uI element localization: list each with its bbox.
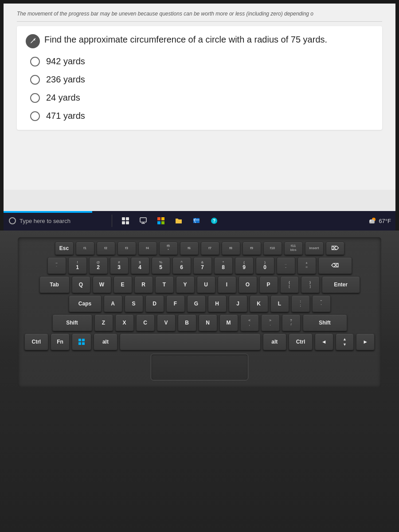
key-alt-right[interactable]: alt [263, 333, 287, 350]
answer-option-2[interactable]: 236 yards [30, 74, 373, 85]
key-f3[interactable]: f3 [117, 242, 136, 255]
key-g[interactable]: G [187, 295, 206, 312]
key-arrow-right[interactable]: ► [356, 333, 375, 350]
key-v[interactable]: V [157, 314, 176, 331]
key-f2[interactable]: f2 [97, 242, 115, 255]
key-fn[interactable]: Fn [51, 333, 70, 350]
key-w[interactable]: W [93, 276, 111, 293]
key-8[interactable]: *8 [214, 257, 233, 274]
key-r[interactable]: R [134, 276, 153, 293]
radio-2[interactable] [30, 75, 40, 85]
key-1[interactable]: !1 [68, 257, 87, 274]
key-i[interactable]: I [218, 276, 236, 293]
key-p[interactable]: P [259, 276, 278, 293]
key-del[interactable]: ⌦ [326, 242, 344, 255]
svg-rect-3 [122, 221, 125, 224]
key-quote[interactable]: "' [312, 295, 331, 312]
key-ctrl-right[interactable]: Ctrl [289, 333, 313, 350]
radio-3[interactable] [30, 93, 40, 103]
key-f5[interactable]: f5* [159, 242, 178, 255]
taskbar-divider [112, 215, 112, 227]
radio-1[interactable] [30, 57, 40, 66]
touchpad[interactable] [151, 354, 248, 380]
answer-option-3[interactable]: 24 yards [30, 93, 373, 103]
key-j[interactable]: J [229, 295, 247, 312]
key-z[interactable]: Z [94, 314, 113, 331]
key-enter[interactable]: Enter [322, 276, 360, 293]
key-alt-left[interactable]: alt [94, 333, 117, 350]
key-ctrl-left[interactable]: Ctrl [24, 333, 48, 350]
key-space[interactable] [120, 333, 261, 350]
desktop-icon[interactable] [136, 214, 150, 228]
key-o[interactable]: O [239, 276, 257, 293]
key-minus[interactable]: _- [277, 257, 295, 274]
taskbar-search[interactable]: Type here to search [4, 211, 110, 231]
key-tab[interactable]: Tab [39, 276, 70, 293]
key-m[interactable]: M [219, 314, 238, 331]
key-5[interactable]: %5 [152, 257, 170, 274]
key-a[interactable]: A [104, 295, 122, 312]
key-shift-left[interactable]: Shift [52, 314, 92, 331]
key-shift-right[interactable]: Shift [303, 314, 347, 331]
key-f9[interactable]: f9 [243, 242, 261, 255]
radio-4[interactable] [30, 111, 40, 121]
key-esc[interactable]: Esc [55, 242, 74, 255]
key-6[interactable]: ^6 [172, 257, 191, 274]
key-f7[interactable]: f7 [201, 242, 219, 255]
taskbar: Type here to search [4, 211, 395, 231]
key-t[interactable]: T [155, 276, 174, 293]
task-view-icon[interactable] [118, 214, 133, 228]
key-arrow-up-down[interactable]: ▲ ▼ [336, 333, 354, 350]
key-comma[interactable]: <, [240, 314, 259, 331]
key-d[interactable]: D [145, 295, 164, 312]
key-f10[interactable]: f10 [263, 242, 282, 255]
key-3[interactable]: #3 [110, 257, 129, 274]
key-f6[interactable]: f6 [180, 242, 199, 255]
key-backspace[interactable]: ⌫ [318, 257, 352, 274]
key-bracket-open[interactable]: {[ [280, 276, 299, 293]
key-c[interactable]: C [136, 314, 155, 331]
browser-icon[interactable] [189, 214, 203, 228]
answer-option-1[interactable]: 942 yards [30, 56, 373, 66]
key-f11[interactable]: f11bbs [284, 242, 303, 255]
key-0[interactable]: )0 [256, 257, 274, 274]
key-l[interactable]: L [270, 295, 289, 312]
key-4[interactable]: $4 [131, 257, 149, 274]
key-f12[interactable]: insert [305, 242, 324, 255]
key-9[interactable]: (9 [235, 257, 254, 274]
key-q[interactable]: Q [72, 276, 90, 293]
help-icon[interactable]: ? [207, 214, 221, 228]
key-n[interactable]: N [199, 314, 217, 331]
key-e[interactable]: E [113, 276, 132, 293]
key-backtick[interactable]: ~` [47, 257, 66, 274]
key-k[interactable]: K [250, 295, 268, 312]
key-h[interactable]: H [208, 295, 227, 312]
file-explorer-icon[interactable] [172, 214, 186, 228]
key-period[interactable]: >. [261, 314, 280, 331]
key-7[interactable]: &7 [193, 257, 212, 274]
taskbar-right: 67°F [367, 216, 395, 226]
key-y[interactable]: Y [176, 276, 195, 293]
key-semicolon[interactable]: :; [291, 295, 310, 312]
key-slash[interactable]: ?/ [282, 314, 301, 331]
key-capslock[interactable]: Caps [69, 295, 102, 312]
key-equals[interactable]: += [297, 257, 316, 274]
answer-label-3: 24 yards [46, 93, 80, 103]
key-2[interactable]: @2 [89, 257, 108, 274]
key-x[interactable]: X [115, 314, 134, 331]
key-f8[interactable]: f8 [222, 242, 240, 255]
key-s[interactable]: S [125, 295, 143, 312]
fn-key-row: Esc f1 f2 f3 f4 f5* f6 f7 f8 f9 f10 f11b… [24, 242, 375, 255]
key-windows[interactable] [72, 333, 91, 350]
key-bracket-close[interactable]: }] [301, 276, 320, 293]
key-u[interactable]: U [197, 276, 215, 293]
number-key-row: ~` !1 @2 #3 $4 %5 ^6 &7 *8 (9 )0 _- += ⌫ [24, 257, 375, 274]
key-f1[interactable]: f1 [76, 242, 94, 255]
key-f4[interactable]: f4 [138, 242, 157, 255]
key-f[interactable]: F [166, 295, 185, 312]
key-arrow-left[interactable]: ◄ [315, 333, 333, 350]
answer-option-4[interactable]: 471 yards [30, 111, 373, 121]
question-text: Find the approximate circumference of a … [44, 33, 327, 46]
key-b[interactable]: B [178, 314, 196, 331]
store-icon[interactable] [154, 214, 168, 228]
